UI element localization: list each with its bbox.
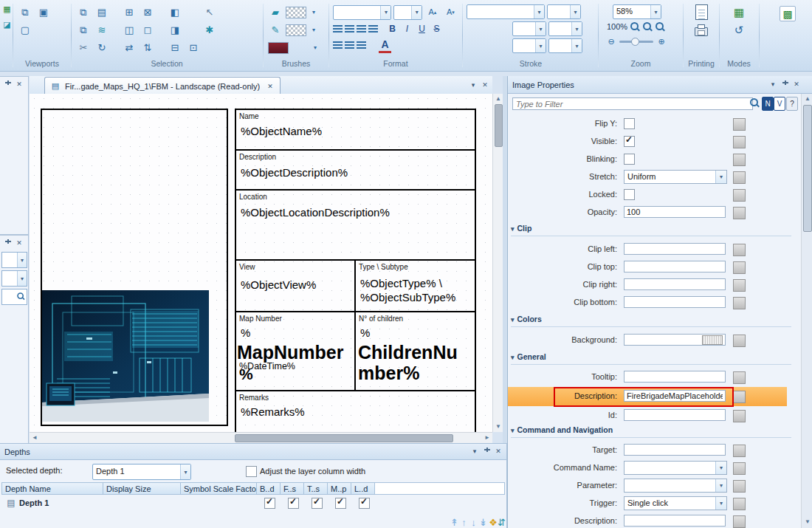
target-input[interactable]	[624, 444, 726, 456]
copy-icon[interactable]: ⧉	[75, 4, 92, 20]
clear-selection-icon[interactable]: ⊠	[140, 4, 156, 20]
field-row-mapnumber-children[interactable]: Map Number % MapNumber %DateTime% % N° o…	[236, 311, 475, 390]
stroke-width-dropdown-icon[interactable]: ▾	[570, 5, 580, 18]
strikethrough-button[interactable]: S	[430, 22, 443, 35]
paste-icon[interactable]: ▤	[94, 4, 110, 20]
group-icon[interactable]: ◫	[121, 22, 137, 38]
clip-left-animation-button[interactable]	[733, 244, 746, 256]
close-icon[interactable]: ✕	[493, 446, 503, 456]
cut-icon[interactable]: ✂	[75, 40, 92, 55]
flip-y-checkbox[interactable]	[624, 118, 635, 129]
map-document-icon[interactable]: ▦	[1, 3, 13, 16]
align-left-icon[interactable]	[333, 25, 343, 33]
field-row-remarks[interactable]: Remarks %Remarks%	[236, 390, 475, 432]
font-family-dropdown-icon[interactable]: ▾	[380, 6, 390, 19]
scroll-left-icon[interactable]: ◄	[32, 435, 38, 441]
select-arrow-icon[interactable]: ↖	[202, 4, 218, 20]
new-viewport-icon[interactable]: ▢	[17, 22, 33, 38]
command-name-animation-button[interactable]	[733, 462, 746, 475]
filter-name-button[interactable]: N	[762, 97, 774, 111]
reorder-icon[interactable]: ⇵	[496, 515, 507, 528]
scroll-right-icon[interactable]: ►	[484, 435, 490, 441]
scroll-down-icon[interactable]: ▼	[495, 424, 501, 430]
zoom-level-dropdown-icon[interactable]: ▾	[650, 5, 661, 18]
depth-table-row[interactable]: ▤ Depth 1	[1, 496, 505, 512]
section-header-command-navigation[interactable]: ▾Command and Navigation	[511, 425, 791, 438]
stroke-miter-select[interactable]: ▾	[548, 38, 582, 53]
zoom-out-button[interactable]: ⊖	[605, 34, 617, 49]
zoom-in-icon[interactable]	[630, 21, 640, 32]
pin-icon[interactable]	[4, 239, 12, 247]
stretch-dropdown-icon[interactable]: ▾	[715, 171, 726, 183]
depth-check-b[interactable]	[264, 498, 275, 509]
chevron-down-icon[interactable]: ▾	[768, 79, 778, 89]
fill-dropdown-icon[interactable]: ▾	[309, 4, 319, 20]
lasso-select-icon[interactable]: ≋	[94, 22, 110, 38]
chevron-down-icon[interactable]: ▾	[469, 446, 480, 456]
command-name-select[interactable]: ▾	[624, 461, 727, 475]
stroke-dash-dropdown-icon[interactable]: ▾	[535, 39, 546, 52]
opacity-animation-button[interactable]	[733, 207, 746, 219]
valign-top-icon[interactable]	[333, 41, 343, 49]
zoom-100-button[interactable]: 100%	[607, 22, 627, 31]
adjust-layer-width-checkbox[interactable]	[246, 466, 257, 477]
map-placeholder-frame[interactable]	[41, 109, 228, 426]
blinking-checkbox[interactable]	[624, 154, 635, 165]
stroke-width-select[interactable]: ▾	[547, 4, 581, 19]
section-header-clip[interactable]: ▾Clip	[511, 224, 791, 236]
command-description-animation-button[interactable]	[733, 515, 746, 528]
stroke-join-dropdown-icon[interactable]: ▾	[571, 22, 582, 35]
stroke-cap-dropdown-icon[interactable]: ▾	[535, 22, 546, 35]
viewport-layout-icon[interactable]: ▣	[35, 4, 52, 20]
locked-animation-button[interactable]	[733, 189, 746, 202]
column-header-symbol-scale-factor[interactable]: Symbol Scale Factor	[181, 482, 257, 495]
swatch-dropdown-icon[interactable]: ▾	[310, 40, 320, 55]
zoom-fit-icon[interactable]	[655, 21, 665, 32]
fill-pattern-swatch[interactable]	[286, 7, 306, 18]
stroke-join-select[interactable]: ▾	[548, 21, 582, 36]
clip-bottom-animation-button[interactable]	[733, 297, 746, 309]
id-input[interactable]	[624, 409, 726, 421]
modes-sheet-icon[interactable]: ▦	[731, 4, 747, 20]
document-tab[interactable]: ▤ Fir...gade_Maps_HQ_1\FBM - Landscape (…	[44, 77, 281, 95]
clip-right-input[interactable]	[624, 278, 726, 290]
font-size-dropdown-icon[interactable]: ▾	[411, 6, 422, 19]
clip-left-input[interactable]	[624, 243, 726, 255]
clip-bottom-input[interactable]	[624, 296, 726, 308]
stroke-pattern-swatch[interactable]	[286, 24, 306, 36]
field-row-location[interactable]: Location %ObjectLocationDescription%	[236, 189, 475, 259]
parameter-animation-button[interactable]	[733, 480, 746, 493]
trigger-select[interactable]: Single click▾	[624, 496, 727, 510]
depth-check-f[interactable]	[288, 498, 299, 509]
background-animation-button[interactable]	[733, 335, 746, 347]
dock-combo-1[interactable]: ▾	[1, 252, 27, 268]
command-name-dropdown-icon[interactable]: ▾	[715, 462, 726, 474]
vertical-scroll-thumb[interactable]	[495, 104, 503, 147]
stroke-miter-dropdown-icon[interactable]: ▾	[571, 39, 582, 52]
distribute-vertical-icon[interactable]: ⊡	[185, 40, 202, 55]
close-icon[interactable]: ✕	[14, 238, 24, 248]
dropdown-icon[interactable]: ▾	[17, 253, 27, 267]
send-to-back-icon[interactable]: ◨	[167, 22, 183, 38]
modes-undo-icon[interactable]: ↺	[731, 22, 747, 38]
stroke-cap-select[interactable]: ▾	[512, 21, 546, 36]
section-header-colors[interactable]: ▾Colors	[511, 315, 791, 327]
pin-icon[interactable]	[483, 448, 491, 456]
zoom-slider[interactable]	[619, 41, 653, 43]
description-animation-button[interactable]	[733, 391, 746, 403]
stroke-dropdown-icon[interactable]: ▾	[309, 22, 319, 38]
font-color-button[interactable]: A	[379, 38, 391, 53]
tab-list-chevron-icon[interactable]: ▾	[468, 80, 478, 90]
print-icon[interactable]	[695, 27, 708, 36]
canvas-horizontal-scrollbar[interactable]: ◄ ►	[30, 432, 492, 443]
flip-y-animation-button[interactable]	[733, 118, 746, 131]
background-color-picker-button[interactable]	[702, 335, 723, 345]
close-tab-icon[interactable]: ✕	[265, 81, 275, 92]
script-mode-icon[interactable]: ▩	[780, 6, 796, 21]
zoom-slider-thumb[interactable]	[631, 38, 639, 46]
align-justify-icon[interactable]	[368, 25, 378, 33]
parameter-dropdown-icon[interactable]: ▾	[715, 479, 726, 492]
zoom-region-icon[interactable]	[642, 21, 653, 32]
distribute-horizontal-icon[interactable]: ⊟	[167, 40, 183, 55]
stroke-style-select[interactable]: ▾	[467, 4, 545, 19]
